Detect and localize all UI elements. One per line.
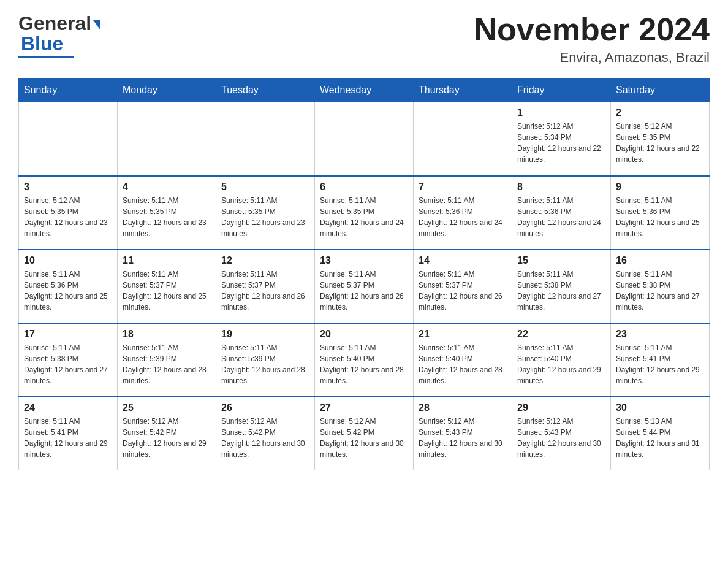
week-row-2: 3Sunrise: 5:12 AMSunset: 5:35 PMDaylight… [19,176,710,250]
day-info: Sunrise: 5:11 AMSunset: 5:36 PMDaylight:… [419,195,507,239]
location: Envira, Amazonas, Brazil [474,50,710,66]
day-number: 29 [517,402,605,413]
day-info: Sunrise: 5:11 AMSunset: 5:35 PMDaylight:… [221,195,309,239]
day-info: Sunrise: 5:11 AMSunset: 5:39 PMDaylight:… [221,342,309,386]
day-info: Sunrise: 5:12 AMSunset: 5:35 PMDaylight:… [24,195,112,239]
logo-blue: Blue [18,33,63,55]
day-info: Sunrise: 5:11 AMSunset: 5:37 PMDaylight:… [320,269,408,313]
calendar-cell-1-6: 9Sunrise: 5:11 AMSunset: 5:36 PMDaylight… [611,176,710,250]
day-info: Sunrise: 5:11 AMSunset: 5:41 PMDaylight:… [616,342,704,386]
calendar-cell-4-4: 28Sunrise: 5:12 AMSunset: 5:43 PMDayligh… [414,397,512,470]
calendar-cell-1-4: 7Sunrise: 5:11 AMSunset: 5:36 PMDaylight… [414,176,512,250]
logo-triangle-icon [93,20,100,30]
page-header: General Blue November 2024 Envira, Amazo… [18,12,710,66]
day-number: 3 [24,182,112,193]
day-number: 28 [419,402,507,413]
day-number: 12 [221,255,309,266]
calendar-cell-3-1: 18Sunrise: 5:11 AMSunset: 5:39 PMDayligh… [118,323,216,397]
weekday-header-row: SundayMondayTuesdayWednesdayThursdayFrid… [19,79,710,102]
calendar-cell-0-4 [414,102,512,176]
day-number: 25 [123,402,211,413]
day-number: 2 [616,107,704,118]
calendar-cell-1-5: 8Sunrise: 5:11 AMSunset: 5:36 PMDaylight… [512,176,611,250]
day-number: 22 [517,329,605,340]
calendar-table: SundayMondayTuesdayWednesdayThursdayFrid… [18,78,710,470]
day-info: Sunrise: 5:11 AMSunset: 5:41 PMDaylight:… [24,416,112,460]
day-info: Sunrise: 5:12 AMSunset: 5:42 PMDaylight:… [221,416,309,460]
weekday-header-friday: Friday [512,79,611,102]
calendar-cell-3-2: 19Sunrise: 5:11 AMSunset: 5:39 PMDayligh… [216,323,315,397]
day-info: Sunrise: 5:13 AMSunset: 5:44 PMDaylight:… [616,416,704,460]
day-info: Sunrise: 5:12 AMSunset: 5:43 PMDaylight:… [419,416,507,460]
day-number: 5 [221,182,309,193]
calendar-cell-4-6: 30Sunrise: 5:13 AMSunset: 5:44 PMDayligh… [611,397,710,470]
calendar-cell-3-0: 17Sunrise: 5:11 AMSunset: 5:38 PMDayligh… [19,323,118,397]
day-number: 4 [123,182,211,193]
weekday-header-tuesday: Tuesday [216,79,315,102]
day-number: 16 [616,255,704,266]
day-number: 17 [24,329,112,340]
weekday-header-sunday: Sunday [19,79,118,102]
month-title: November 2024 [474,12,710,47]
day-info: Sunrise: 5:12 AMSunset: 5:34 PMDaylight:… [517,121,605,165]
day-number: 7 [419,182,507,193]
calendar-cell-4-0: 24Sunrise: 5:11 AMSunset: 5:41 PMDayligh… [19,397,118,470]
day-info: Sunrise: 5:11 AMSunset: 5:40 PMDaylight:… [517,342,605,386]
day-info: Sunrise: 5:11 AMSunset: 5:35 PMDaylight:… [123,195,211,239]
calendar-cell-3-4: 21Sunrise: 5:11 AMSunset: 5:40 PMDayligh… [414,323,512,397]
week-row-1: 1Sunrise: 5:12 AMSunset: 5:34 PMDaylight… [19,102,710,176]
calendar-cell-4-1: 25Sunrise: 5:12 AMSunset: 5:42 PMDayligh… [118,397,216,470]
calendar-cell-2-6: 16Sunrise: 5:11 AMSunset: 5:38 PMDayligh… [611,250,710,323]
calendar-cell-0-1 [118,102,216,176]
day-number: 18 [123,329,211,340]
day-number: 26 [221,402,309,413]
calendar-cell-1-2: 5Sunrise: 5:11 AMSunset: 5:35 PMDaylight… [216,176,315,250]
day-info: Sunrise: 5:11 AMSunset: 5:37 PMDaylight:… [123,269,211,313]
title-section: November 2024 Envira, Amazonas, Brazil [474,12,710,66]
calendar-cell-2-0: 10Sunrise: 5:11 AMSunset: 5:36 PMDayligh… [19,250,118,323]
weekday-header-monday: Monday [118,79,216,102]
day-info: Sunrise: 5:12 AMSunset: 5:35 PMDaylight:… [616,121,704,165]
day-info: Sunrise: 5:11 AMSunset: 5:39 PMDaylight:… [123,342,211,386]
day-info: Sunrise: 5:12 AMSunset: 5:43 PMDaylight:… [517,416,605,460]
calendar-cell-2-3: 13Sunrise: 5:11 AMSunset: 5:37 PMDayligh… [315,250,414,323]
weekday-header-saturday: Saturday [611,79,710,102]
day-info: Sunrise: 5:11 AMSunset: 5:37 PMDaylight:… [419,269,507,313]
logo: General Blue [18,12,100,58]
calendar-cell-2-2: 12Sunrise: 5:11 AMSunset: 5:37 PMDayligh… [216,250,315,323]
day-info: Sunrise: 5:12 AMSunset: 5:42 PMDaylight:… [123,416,211,460]
day-number: 23 [616,329,704,340]
logo-underline [18,56,74,58]
calendar-cell-0-0 [19,102,118,176]
calendar-cell-0-6: 2Sunrise: 5:12 AMSunset: 5:35 PMDaylight… [611,102,710,176]
day-info: Sunrise: 5:11 AMSunset: 5:35 PMDaylight:… [320,195,408,239]
day-number: 14 [419,255,507,266]
day-info: Sunrise: 5:11 AMSunset: 5:38 PMDaylight:… [616,269,704,313]
day-number: 30 [616,402,704,413]
week-row-5: 24Sunrise: 5:11 AMSunset: 5:41 PMDayligh… [19,397,710,470]
week-row-3: 10Sunrise: 5:11 AMSunset: 5:36 PMDayligh… [19,250,710,323]
day-number: 21 [419,329,507,340]
calendar-cell-1-0: 3Sunrise: 5:12 AMSunset: 5:35 PMDaylight… [19,176,118,250]
calendar-cell-3-3: 20Sunrise: 5:11 AMSunset: 5:40 PMDayligh… [315,323,414,397]
calendar-cell-1-1: 4Sunrise: 5:11 AMSunset: 5:35 PMDaylight… [118,176,216,250]
calendar-cell-4-3: 27Sunrise: 5:12 AMSunset: 5:42 PMDayligh… [315,397,414,470]
day-number: 13 [320,255,408,266]
day-info: Sunrise: 5:12 AMSunset: 5:42 PMDaylight:… [320,416,408,460]
calendar-cell-0-2 [216,102,315,176]
day-number: 19 [221,329,309,340]
day-number: 11 [123,255,211,266]
day-number: 1 [517,107,605,118]
calendar-cell-2-1: 11Sunrise: 5:11 AMSunset: 5:37 PMDayligh… [118,250,216,323]
day-number: 20 [320,329,408,340]
day-info: Sunrise: 5:11 AMSunset: 5:40 PMDaylight:… [419,342,507,386]
calendar-cell-2-4: 14Sunrise: 5:11 AMSunset: 5:37 PMDayligh… [414,250,512,323]
calendar-cell-3-5: 22Sunrise: 5:11 AMSunset: 5:40 PMDayligh… [512,323,611,397]
weekday-header-thursday: Thursday [414,79,512,102]
week-row-4: 17Sunrise: 5:11 AMSunset: 5:38 PMDayligh… [19,323,710,397]
calendar-cell-1-3: 6Sunrise: 5:11 AMSunset: 5:35 PMDaylight… [315,176,414,250]
calendar-cell-0-3 [315,102,414,176]
day-number: 6 [320,182,408,193]
day-info: Sunrise: 5:11 AMSunset: 5:36 PMDaylight:… [24,269,112,313]
day-number: 10 [24,255,112,266]
